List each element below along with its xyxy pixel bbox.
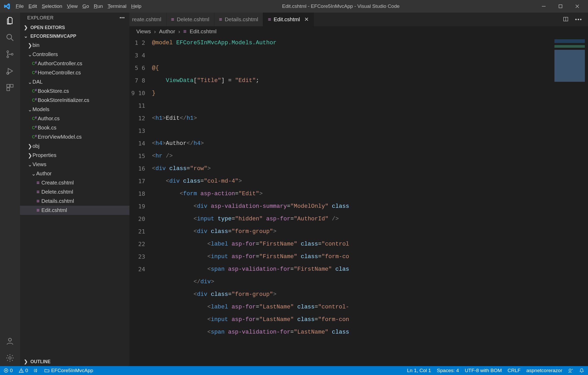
svg-rect-8: [7, 88, 10, 91]
menu-help[interactable]: Help: [131, 3, 141, 9]
status-encoding[interactable]: UTF-8 with BOM: [465, 368, 502, 373]
settings-gear-icon[interactable]: [6, 354, 14, 362]
file-tree: ❯bin ⌄Controllers C#AuthorController.cs …: [20, 41, 129, 357]
sidebar-title: EXPLORER: [27, 15, 53, 21]
svg-point-10: [9, 357, 11, 359]
status-errors[interactable]: 0: [4, 368, 13, 373]
file-details-cshtml[interactable]: ≡Details.cshtml: [20, 197, 129, 206]
status-cursor[interactable]: Ln 1, Col 1: [407, 368, 431, 373]
file-author[interactable]: C#Author.cs: [20, 114, 129, 123]
folder-views[interactable]: ⌄Views: [20, 160, 129, 169]
explorer-icon[interactable]: [6, 16, 14, 25]
file-create-cshtml[interactable]: ≡Create.cshtml: [20, 178, 129, 187]
tab-delete[interactable]: ≡Delete.cshtml: [166, 13, 214, 26]
menu-view[interactable]: View: [67, 3, 78, 9]
svg-rect-6: [7, 84, 10, 87]
svg-rect-7: [10, 84, 13, 87]
vscode-logo-icon: [2, 3, 12, 10]
line-number-gutter: 1 2 3 4 5 6 7 8 9 10 11 12 13 14 15 16 1…: [129, 37, 150, 366]
svg-point-1: [7, 34, 12, 39]
file-edit-cshtml[interactable]: ≡Edit.cshtml: [20, 206, 129, 215]
status-warnings[interactable]: 0: [19, 368, 28, 373]
breadcrumb[interactable]: Views› Author› ≡Edit.cshtml: [129, 26, 588, 37]
folder-views-author[interactable]: ⌄Author: [20, 169, 129, 178]
status-feedback-icon[interactable]: [568, 368, 573, 373]
svg-point-3: [7, 56, 9, 58]
svg-rect-0: [559, 5, 562, 8]
svg-point-9: [8, 338, 11, 341]
tab-create[interactable]: reate.cshtml: [129, 13, 166, 26]
window-close-icon[interactable]: [574, 4, 581, 9]
file-bookstore[interactable]: C#BookStore.cs: [20, 86, 129, 96]
svg-point-13: [21, 372, 21, 372]
title-bar: File Edit Selection View Go Run Terminal…: [0, 0, 588, 13]
accounts-icon[interactable]: [6, 337, 14, 346]
status-language[interactable]: aspnetcorerazor: [526, 368, 562, 373]
status-bell-icon[interactable]: [579, 368, 584, 373]
folder-properties[interactable]: ❯Properties: [20, 151, 129, 160]
folder-bin[interactable]: ❯bin: [20, 41, 129, 50]
svg-point-2: [7, 51, 9, 53]
svg-point-14: [569, 369, 571, 371]
folder-controllers[interactable]: ⌄Controllers: [20, 50, 129, 59]
section-open-editors[interactable]: ❯OPEN EDITORS: [20, 23, 129, 32]
file-bookstoreinitializer[interactable]: C#BookStoreInitializer.cs: [20, 96, 129, 105]
sidebar-more-icon[interactable]: •••: [119, 15, 125, 21]
status-bar: 0 0 EFCore5InMvcApp Ln 1, Col 1 Spaces: …: [0, 366, 588, 375]
file-homecontroller[interactable]: C#HomeController.cs: [20, 68, 129, 77]
menu-selection[interactable]: Selection: [42, 3, 62, 9]
file-book[interactable]: C#Book.cs: [20, 123, 129, 132]
menu-go[interactable]: Go: [82, 3, 89, 9]
status-ports-icon[interactable]: [34, 368, 39, 373]
folder-dal[interactable]: ⌄DAL: [20, 77, 129, 86]
menu-file[interactable]: File: [16, 3, 24, 9]
svg-point-4: [11, 53, 13, 55]
file-delete-cshtml[interactable]: ≡Delete.cshtml: [20, 187, 129, 197]
code-editor[interactable]: @model EFCore5InMvcApp.Models.Author @{ …: [150, 37, 551, 366]
window-maximize-icon[interactable]: [557, 4, 564, 9]
menu-edit[interactable]: Edit: [29, 3, 37, 9]
explorer-sidebar: EXPLORER ••• ❯OPEN EDITORS ⌄EFCORE5INMVC…: [20, 13, 129, 366]
main-menu: File Edit Selection View Go Run Terminal…: [12, 3, 141, 9]
minimap[interactable]: [551, 37, 588, 366]
status-spaces[interactable]: Spaces: 4: [437, 368, 459, 373]
editor-more-icon[interactable]: •••: [575, 16, 582, 23]
tab-details[interactable]: ≡Details.cshtml: [214, 13, 263, 26]
editor-tabs: reate.cshtml ≡Delete.cshtml ≡Details.csh…: [129, 13, 588, 26]
source-control-icon[interactable]: [6, 50, 14, 59]
status-eol[interactable]: CRLF: [508, 368, 521, 373]
menu-run[interactable]: Run: [94, 3, 103, 9]
file-authorcontroller[interactable]: C#AuthorController.cs: [20, 59, 129, 68]
split-editor-icon[interactable]: [563, 16, 569, 23]
window-minimize-icon[interactable]: [540, 4, 547, 9]
status-folder[interactable]: EFCore5InMvcApp: [44, 368, 93, 373]
editor-area: reate.cshtml ≡Delete.cshtml ≡Details.csh…: [129, 13, 588, 366]
menu-terminal[interactable]: Terminal: [108, 3, 127, 9]
run-debug-icon[interactable]: [6, 67, 14, 75]
tab-edit[interactable]: ≡Edit.cshtml ✕: [263, 13, 314, 26]
activity-bar: [0, 13, 20, 366]
file-errorviewmodel[interactable]: C#ErrorViewModel.cs: [20, 132, 129, 142]
window-title: Edit.cshtml - EFCore5InMvcApp - Visual S…: [141, 3, 540, 9]
extensions-icon[interactable]: [6, 83, 14, 92]
folder-models[interactable]: ⌄Models: [20, 105, 129, 114]
section-outline[interactable]: ❯OUTLINE: [20, 357, 129, 366]
folder-obj[interactable]: ❯obj: [20, 142, 129, 151]
tab-close-icon[interactable]: ✕: [304, 16, 309, 23]
search-icon[interactable]: [6, 33, 14, 42]
section-project[interactable]: ⌄EFCORE5INMVCAPP: [20, 32, 129, 41]
